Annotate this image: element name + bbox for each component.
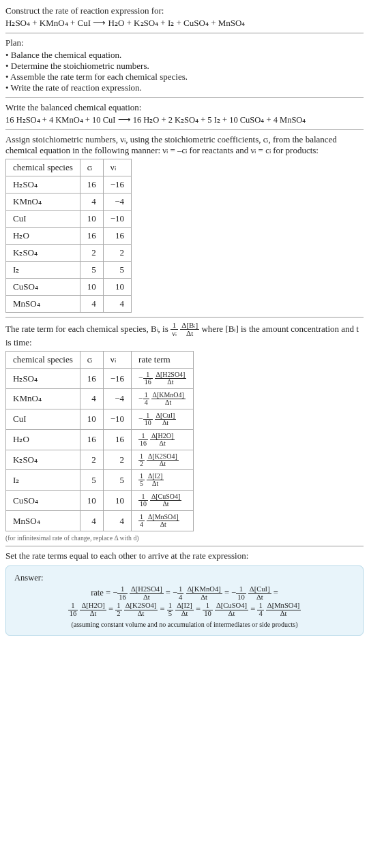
table-row: CuSO₄1010 [6,279,132,296]
cell-rate-term: −14 Δ[KMnO4]Δt [132,388,194,409]
divider [5,97,364,98]
cell-species: CuSO₄ [6,279,80,296]
cell-species: MnSO₄ [6,511,80,531]
intro-line1: Construct the rate of reaction expressio… [5,5,364,16]
divider [5,33,364,33]
balanced-equation: 16 H₂SO₄ + 4 KMnO₄ + 10 CuI ⟶ 16 H₂O + 2… [5,114,364,125]
rate-intro-pre: The rate term for each chemical species,… [5,324,171,334]
cell-nu: 16 [103,228,131,245]
unbalanced-equation: H₂SO₄ + KMnO₄ + CuI ⟶ H₂O + K₂SO₄ + I₂ +… [5,18,364,29]
cell-nu: −16 [103,369,131,389]
plan-list: Balance the chemical equation. Determine… [5,50,364,93]
table-row: K₂SO₄22 [6,245,132,262]
cell-nu: 4 [103,511,131,531]
table-row: H₂SO₄16−16−116 Δ[H2SO4]Δt [6,369,194,389]
cell-c: 2 [80,450,103,470]
answer-box: Answer: rate = −116 Δ[H2SO4]Δt = −14 Δ[K… [5,565,364,636]
cell-nu: −4 [103,193,131,211]
cell-species: K₂SO₄ [6,245,80,262]
table-header-row: chemical species cᵢ νᵢ [6,159,132,176]
cell-c: 4 [80,388,103,409]
cell-c: 5 [80,262,103,279]
table-row: K₂SO₄2212 Δ[K2SO4]Δt [6,450,194,470]
col-rate-term: rate term [132,352,194,369]
cell-nu: 4 [103,296,131,313]
cell-nu: 16 [103,429,131,450]
plan-section: Plan: Balance the chemical equation. Det… [5,37,364,93]
table-row: KMnO₄4−4−14 Δ[KMnO4]Δt [6,388,194,409]
cell-species: H₂O [6,429,80,450]
cell-c: 10 [80,279,103,296]
table-header-row: chemical species cᵢ νᵢ rate term [6,352,194,369]
table-row: MnSO₄4414 Δ[MnSO4]Δt [6,511,194,531]
cell-c: 10 [80,491,103,511]
cell-c: 10 [80,211,103,228]
col-c: cᵢ [80,352,103,369]
cell-species: H₂SO₄ [6,369,80,389]
plan-heading: Plan: [5,37,364,48]
cell-c: 16 [80,228,103,245]
cell-rate-term: 14 Δ[MnSO4]Δt [132,511,194,531]
divider [5,546,364,546]
rate-expression-line-1: rate = −116 Δ[H2SO4]Δt = −14 Δ[KMnO4]Δt … [14,586,355,601]
rate-intro-formula: 1νᵢ Δ[Bᵢ]Δt [171,324,201,334]
cell-rate-term: 15 Δ[I2]Δt [132,470,194,491]
cell-species: CuI [6,409,80,429]
col-species: chemical species [6,352,80,369]
rate-term-intro: The rate term for each chemical species,… [5,322,364,542]
cell-nu: −10 [103,211,131,228]
cell-c: 4 [80,511,103,531]
cell-nu: −10 [103,409,131,429]
stoich-table-1: chemical species cᵢ νᵢ H₂SO₄16−16KMnO₄4−… [5,159,132,313]
col-c: cᵢ [80,159,103,176]
cell-nu: 5 [103,262,131,279]
cell-species: I₂ [6,262,80,279]
cell-nu: −16 [103,176,131,193]
table-row: KMnO₄4−4 [6,193,132,211]
cell-c: 16 [80,176,103,193]
cell-species: CuI [6,211,80,228]
rate-expression-line-2: 116 Δ[H2O]Δt = 12 Δ[K2SO4]Δt = 15 Δ[I2]Δ… [14,602,355,617]
cell-rate-term: 116 Δ[H2O]Δt [132,429,194,450]
plan-item: Determine the stoichiometric numbers. [5,61,364,72]
cell-nu: 2 [103,450,131,470]
cell-nu: 2 [103,245,131,262]
cell-species: K₂SO₄ [6,450,80,470]
col-nu: νᵢ [103,159,131,176]
cell-c: 2 [80,245,103,262]
cell-species: H₂SO₄ [6,176,80,193]
table-row: CuI10−10−110 Δ[CuI]Δt [6,409,194,429]
plan-item: Balance the chemical equation. [5,50,364,61]
plan-item: Write the rate of reaction expression. [5,82,364,93]
cell-nu: −4 [103,388,131,409]
table-row: CuI10−10 [6,211,132,228]
cell-nu: 10 [103,279,131,296]
cell-species: CuSO₄ [6,491,80,511]
cell-species: KMnO₄ [6,388,80,409]
col-species: chemical species [6,159,80,176]
table-row: CuSO₄1010110 Δ[CuSO4]Δt [6,491,194,511]
cell-c: 10 [80,409,103,429]
assign-text: Assign stoichiometric numbers, νᵢ, using… [5,134,364,156]
balanced-heading: Write the balanced chemical equation: [5,102,364,113]
divider [5,129,364,130]
table-row: H₂O1616 [6,228,132,245]
cell-rate-term: 110 Δ[CuSO4]Δt [132,491,194,511]
infinitesimal-note: (for infinitesimal rate of change, repla… [5,534,364,542]
cell-rate-term: −116 Δ[H2SO4]Δt [132,369,194,389]
table-row: H₂O1616116 Δ[H2O]Δt [6,429,194,450]
cell-c: 16 [80,369,103,389]
divider [5,317,364,317]
plan-item: Assemble the rate term for each chemical… [5,72,364,82]
balanced-section: Write the balanced chemical equation: 16… [5,102,364,125]
stoich-table-2: chemical species cᵢ νᵢ rate term H₂SO₄16… [5,351,194,531]
cell-c: 5 [80,470,103,491]
table-row: MnSO₄44 [6,296,132,313]
cell-species: H₂O [6,228,80,245]
cell-rate-term: −110 Δ[CuI]Δt [132,409,194,429]
cell-species: KMnO₄ [6,193,80,211]
cell-c: 4 [80,193,103,211]
col-nu: νᵢ [103,352,131,369]
table-row: I₂5515 Δ[I2]Δt [6,470,194,491]
cell-species: I₂ [6,470,80,491]
